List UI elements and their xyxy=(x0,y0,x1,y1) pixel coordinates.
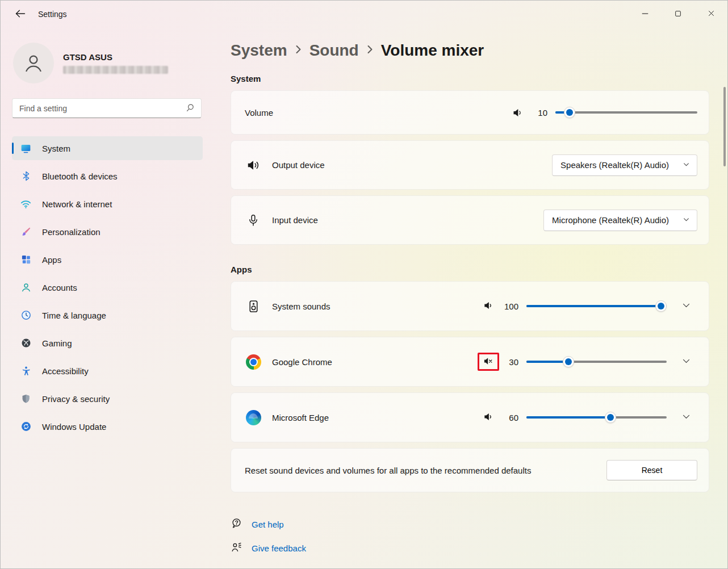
minimize-button[interactable] xyxy=(629,1,662,28)
system-volume-speaker-icon[interactable] xyxy=(507,103,528,122)
chevron-down-icon xyxy=(681,300,691,312)
sidebar-item-bluetooth-devices[interactable]: Bluetooth & devices xyxy=(12,164,203,188)
profile-email-redacted xyxy=(63,66,168,74)
accessibility-icon xyxy=(20,365,32,377)
output-device-label: Output device xyxy=(272,160,325,170)
slider-thumb[interactable] xyxy=(655,300,667,312)
microphone-icon xyxy=(245,214,262,227)
sidebar-item-personalization[interactable]: Personalization xyxy=(12,220,203,244)
wifi-icon xyxy=(20,198,32,210)
sidebar-item-time-language[interactable]: Time & language xyxy=(12,303,203,327)
slider-fill xyxy=(526,305,667,307)
slider-thumb[interactable] xyxy=(605,412,616,423)
brush-icon xyxy=(20,226,32,238)
speaker-icon xyxy=(483,300,494,313)
sidebar-item-gaming[interactable]: Gaming xyxy=(12,331,203,355)
give-feedback-icon xyxy=(231,541,242,555)
system-volume-slider[interactable] xyxy=(555,106,697,119)
back-button[interactable] xyxy=(11,6,30,23)
sidebar-item-label: Time & language xyxy=(42,311,106,320)
chevron-right-icon xyxy=(366,44,374,57)
window-controls xyxy=(629,1,727,28)
google-chrome-mute-button[interactable] xyxy=(478,353,499,371)
input-device-select[interactable]: Microphone (Realtek(R) Audio) xyxy=(543,210,697,231)
microsoft-edge-expand-button[interactable] xyxy=(675,406,697,429)
output-device-card: Output device Speakers (Realtek(R) Audio… xyxy=(231,140,709,190)
page-title: Volume mixer xyxy=(381,41,484,60)
chevron-down-icon xyxy=(683,215,690,225)
google-chrome-icon xyxy=(245,354,262,370)
get-help-link[interactable]: Get help xyxy=(252,520,284,529)
sidebar-item-label: Personalization xyxy=(42,227,101,237)
system-sounds-volume-slider[interactable] xyxy=(526,300,667,312)
section-header-system: System xyxy=(231,74,709,83)
input-device-card: Input device Microphone (Realtek(R) Audi… xyxy=(231,195,709,245)
close-icon xyxy=(706,9,716,20)
back-arrow-icon xyxy=(15,8,26,21)
slider-thumb[interactable] xyxy=(563,356,574,367)
person-icon xyxy=(20,282,32,294)
system-sounds-icon xyxy=(245,299,262,313)
speaker-icon xyxy=(483,411,494,424)
app-row-system-sounds: System sounds 100 xyxy=(231,281,709,331)
system-sounds-expand-button[interactable] xyxy=(675,295,697,317)
sidebar-item-network-internet[interactable]: Network & internet xyxy=(12,192,203,216)
sidebar-item-label: Privacy & security xyxy=(42,394,110,404)
close-button[interactable] xyxy=(694,1,727,28)
output-device-select[interactable]: Speakers (Realtek(R) Audio) xyxy=(552,154,697,176)
section-header-apps: Apps xyxy=(231,265,709,274)
sidebar-item-accessibility[interactable]: Accessibility xyxy=(12,359,203,383)
microsoft-edge-volume-slider[interactable] xyxy=(526,411,667,424)
output-device-value: Speakers (Realtek(R) Audio) xyxy=(560,160,669,170)
apps-icon xyxy=(20,254,32,266)
sidebar-item-system[interactable]: System xyxy=(12,136,203,160)
microsoft-edge-icon xyxy=(245,410,262,425)
sidebar-item-label: Gaming xyxy=(42,338,72,348)
slider-thumb[interactable] xyxy=(564,107,575,118)
update-icon xyxy=(20,421,32,433)
give-feedback-link[interactable]: Give feedback xyxy=(252,543,306,553)
main-content: System Sound Volume mixer System Volume … xyxy=(216,28,727,569)
system-sounds-volume-value: 100 xyxy=(501,302,518,311)
settings-window: Settings GTSD ASUS xyxy=(0,0,728,569)
titlebar: Settings xyxy=(1,1,727,28)
footer-links: Get help Give feedback xyxy=(231,517,709,555)
account-profile[interactable]: GTSD ASUS xyxy=(13,43,216,83)
slider-fill xyxy=(526,416,610,419)
app-name: System sounds xyxy=(272,302,330,311)
get-help-icon xyxy=(231,517,242,532)
scrollbar-thumb[interactable] xyxy=(723,87,726,166)
xbox-icon xyxy=(20,337,32,349)
sidebar-item-windows-update[interactable]: Windows Update xyxy=(12,415,203,438)
system-icon xyxy=(20,143,32,154)
window-title: Settings xyxy=(38,10,67,19)
google-chrome-volume-slider[interactable] xyxy=(526,355,667,368)
system-sounds-mute-button[interactable] xyxy=(478,297,499,315)
app-row-google-chrome: Google Chrome 30 xyxy=(231,337,709,387)
search-icon xyxy=(185,102,196,115)
volume-label: Volume xyxy=(245,108,273,118)
breadcrumb-sound[interactable]: Sound xyxy=(309,41,359,60)
input-device-value: Microphone (Realtek(R) Audio) xyxy=(552,215,669,225)
reset-button[interactable]: Reset xyxy=(606,460,697,480)
sidebar-item-apps[interactable]: Apps xyxy=(12,248,203,271)
sidebar-item-privacy-security[interactable]: Privacy & security xyxy=(12,387,203,411)
search-input[interactable] xyxy=(12,98,202,118)
microsoft-edge-volume-value: 60 xyxy=(501,413,518,422)
bluetooth-icon xyxy=(20,170,32,182)
sidebar-item-accounts[interactable]: Accounts xyxy=(12,275,203,299)
chevron-down-icon xyxy=(683,160,690,170)
avatar xyxy=(13,43,54,83)
reset-card: Reset sound devices and volumes for all … xyxy=(231,448,709,492)
google-chrome-expand-button[interactable] xyxy=(675,350,697,373)
reset-description: Reset sound devices and volumes for all … xyxy=(245,466,606,475)
sidebar-item-label: Bluetooth & devices xyxy=(42,171,118,181)
microsoft-edge-mute-button[interactable] xyxy=(478,408,499,426)
app-name: Google Chrome xyxy=(272,357,332,367)
breadcrumb: System Sound Volume mixer xyxy=(231,41,709,60)
profile-name: GTSD ASUS xyxy=(63,52,168,62)
speaker-output-icon xyxy=(245,158,262,173)
sidebar: GTSD ASUS System xyxy=(1,28,216,569)
breadcrumb-system[interactable]: System xyxy=(231,41,287,60)
maximize-button[interactable] xyxy=(662,1,694,28)
